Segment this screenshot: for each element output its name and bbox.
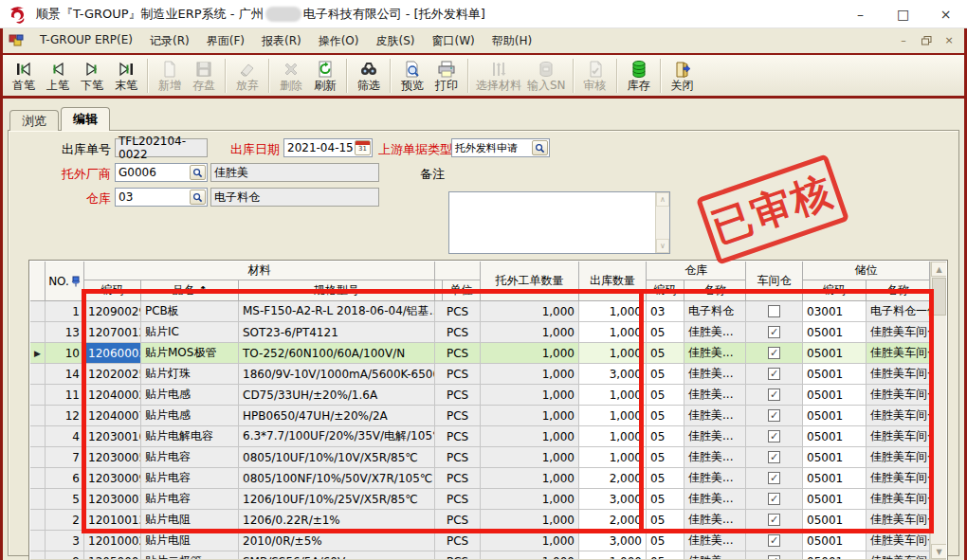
cell-no[interactable]: 14 bbox=[46, 364, 84, 385]
cell-code[interactable]: 12040007 bbox=[84, 406, 141, 426]
cell-no[interactable]: 13 bbox=[46, 322, 84, 343]
cell-order_qty[interactable]: 1,000 bbox=[481, 531, 579, 551]
cell-loc_code[interactable]: 05001 bbox=[803, 426, 867, 447]
cell-wh_code[interactable]: 05 bbox=[647, 385, 684, 406]
cell-shop[interactable]: ✓ bbox=[746, 510, 803, 531]
toolbar-button-关闭[interactable]: 关闭 bbox=[666, 57, 700, 95]
doc-no-field[interactable]: TFL202104-0022 bbox=[115, 138, 208, 157]
cell-wh_name[interactable]: 电子料仓 bbox=[684, 301, 746, 322]
cell-shop[interactable]: ✓ bbox=[746, 426, 803, 447]
cell-code[interactable]: 12050004 bbox=[84, 551, 141, 559]
cell-spec[interactable]: 0805/10UF/10%/10V/X5R/85℃ bbox=[239, 447, 435, 468]
cell-code[interactable]: 12030009 bbox=[84, 468, 141, 489]
cell-wh_name[interactable]: 佳胜美... bbox=[684, 531, 746, 551]
cell-no[interactable]: 6 bbox=[46, 468, 84, 489]
menu-item-7[interactable]: 窗口(W) bbox=[423, 30, 483, 52]
cell-shop[interactable]: ✓ bbox=[746, 447, 803, 468]
cell-order_qty[interactable]: 1,000 bbox=[481, 426, 579, 447]
cell-wh_name[interactable]: 佳胜美... bbox=[684, 343, 746, 364]
cell-shop[interactable] bbox=[746, 301, 803, 322]
cell-loc_name[interactable]: 佳胜美车间仓 bbox=[867, 385, 930, 406]
shop-warehouse-checkbox[interactable]: ✓ bbox=[768, 368, 780, 380]
header-clipped-column[interactable] bbox=[435, 280, 443, 301]
cell-name[interactable]: 贴片二极管 bbox=[141, 551, 239, 559]
cell-out_qty[interactable]: 1,000 bbox=[579, 406, 647, 426]
cell-loc_code[interactable]: 05001 bbox=[803, 510, 867, 531]
menu-item-2[interactable]: 记录(R) bbox=[141, 30, 198, 52]
cell-name[interactable]: 贴片电阻 bbox=[141, 531, 239, 551]
cell-wh_code[interactable]: 05 bbox=[647, 406, 684, 426]
cell-code[interactable]: 12010013 bbox=[84, 510, 141, 531]
table-row[interactable]: 112090029PCB板MS-F150-A2-R-L 2018-06-04/铝… bbox=[30, 301, 930, 322]
cell-loc_name[interactable]: 佳胜美车间仓 bbox=[867, 551, 930, 559]
table-row[interactable]: 612030009贴片电容0805/100NF/10%/50V/X7R/105℃… bbox=[30, 468, 930, 489]
header-loc-name[interactable]: 名称 bbox=[867, 280, 930, 301]
cell-wh_code[interactable]: 05 bbox=[647, 468, 684, 489]
toolbar-button-下笔[interactable]: 下笔 bbox=[75, 57, 109, 95]
cell-shop[interactable]: ✓ bbox=[746, 468, 803, 489]
tab-browse[interactable]: 浏览 bbox=[9, 110, 59, 131]
cell-spec[interactable]: 0805/100NF/10%/50V/X7R/105℃ bbox=[239, 468, 435, 489]
table-row[interactable]: 412030010贴片电解电容6.3*7.7/100UF/20%/35V/电解/… bbox=[30, 426, 930, 447]
cell-shop[interactable]: ✓ bbox=[746, 385, 803, 406]
cell-unit[interactable]: PCS bbox=[443, 364, 481, 385]
cell-loc_name[interactable]: 佳胜美车间仓 bbox=[867, 322, 930, 343]
header-unit[interactable]: 单位 bbox=[443, 280, 481, 301]
cell-loc_name[interactable]: 佳胜美车间仓 bbox=[867, 364, 930, 385]
vendor-code-field[interactable]: G0006 bbox=[115, 163, 208, 182]
cell-wh_code[interactable]: 05 bbox=[647, 531, 684, 551]
header-wh-name[interactable]: 名称 bbox=[684, 280, 746, 301]
cell-name[interactable]: 贴片IC bbox=[141, 322, 239, 343]
cell-wh_name[interactable]: 佳胜美... bbox=[684, 447, 746, 468]
cell-shop[interactable]: ✓ bbox=[746, 406, 803, 426]
cell-loc_code[interactable]: 05001 bbox=[803, 551, 867, 559]
cell-name[interactable]: 贴片电感 bbox=[141, 406, 239, 426]
cell-spec[interactable]: 1206/10UF/10%/25V/X5R/85℃ bbox=[239, 489, 435, 510]
cell-loc_name[interactable]: 佳胜美车间仓 bbox=[867, 426, 930, 447]
toolbar-button-刷新[interactable]: 刷新 bbox=[308, 57, 342, 95]
cell-code[interactable]: 12070012 bbox=[84, 322, 141, 343]
cell-loc_name[interactable]: 佳胜美车间仓 bbox=[867, 343, 930, 364]
cell-out_qty[interactable]: 2,000 bbox=[579, 510, 647, 531]
cell-shop[interactable]: ✓ bbox=[746, 364, 803, 385]
cell-no[interactable]: 9 bbox=[46, 551, 84, 559]
cell-code[interactable]: 12030001 bbox=[84, 489, 141, 510]
scroll-down-icon[interactable]: ▼ bbox=[931, 544, 946, 559]
table-row[interactable]: 212010013贴片电阻1206/0.22R/±1%PCS1,0002,000… bbox=[30, 510, 930, 531]
cell-no[interactable]: 7 bbox=[46, 447, 84, 468]
cell-wh_name[interactable]: 佳胜美... bbox=[684, 510, 746, 531]
cell-wh_name[interactable]: 佳胜美... bbox=[684, 489, 746, 510]
cell-loc_code[interactable]: 03001 bbox=[803, 301, 867, 322]
cell-no[interactable]: 3 bbox=[46, 531, 84, 551]
table-row[interactable]: 1212040007贴片电感HPB0650/47UH/±20%/2APCS1,0… bbox=[30, 406, 930, 426]
shop-warehouse-checkbox[interactable] bbox=[768, 305, 780, 317]
scroll-down-icon[interactable]: ∨ bbox=[656, 239, 669, 253]
cell-unit[interactable]: PCS bbox=[443, 343, 481, 364]
cell-wh_name[interactable]: 佳胜美... bbox=[684, 468, 746, 489]
cell-spec[interactable]: SMB/SS56/5A/60V bbox=[239, 551, 435, 559]
cell-name[interactable]: 贴片电容 bbox=[141, 468, 239, 489]
lookup-icon[interactable] bbox=[190, 165, 206, 180]
out-date-field[interactable]: 2021-04-15 31 bbox=[283, 138, 373, 157]
cell-unit[interactable]: PCS bbox=[443, 322, 481, 343]
header-material-name[interactable]: 品名↑ bbox=[141, 280, 239, 301]
cell-wh_name[interactable]: 佳胜美... bbox=[684, 364, 746, 385]
menu-item-3[interactable]: 界面(F) bbox=[198, 30, 253, 52]
cell-wh_name[interactable]: 佳胜美... bbox=[684, 385, 746, 406]
cell-code[interactable]: 12010002 bbox=[84, 531, 141, 551]
table-row[interactable]: 712030005贴片电容0805/10UF/10%/10V/X5R/85℃PC… bbox=[30, 447, 930, 468]
cell-unit[interactable]: PCS bbox=[443, 468, 481, 489]
toolbar-button-打印[interactable]: 打印 bbox=[429, 57, 464, 95]
table-row[interactable]: 1412020025贴片灯珠1860/9V-10V/1000mA/5600K-6… bbox=[30, 364, 930, 385]
cell-spec[interactable]: MS-F150-A2-R-L 2018-06-04/铝基... bbox=[239, 301, 435, 322]
cell-loc_code[interactable]: 05001 bbox=[803, 531, 867, 551]
vertical-scrollbar[interactable]: ▲ ▼ bbox=[930, 262, 946, 559]
cell-wh_code[interactable]: 05 bbox=[647, 322, 684, 343]
cell-shop[interactable]: ✓ bbox=[746, 489, 803, 510]
menu-item-6[interactable]: 皮肤(S) bbox=[368, 30, 424, 52]
shop-warehouse-checkbox[interactable]: ✓ bbox=[768, 326, 780, 338]
header-shop-warehouse[interactable]: 车间仓 bbox=[746, 262, 803, 301]
cell-order_qty[interactable]: 1,000 bbox=[481, 364, 579, 385]
cell-shop[interactable]: ✓ bbox=[746, 343, 803, 364]
cell-order_qty[interactable]: 1,000 bbox=[481, 489, 579, 510]
